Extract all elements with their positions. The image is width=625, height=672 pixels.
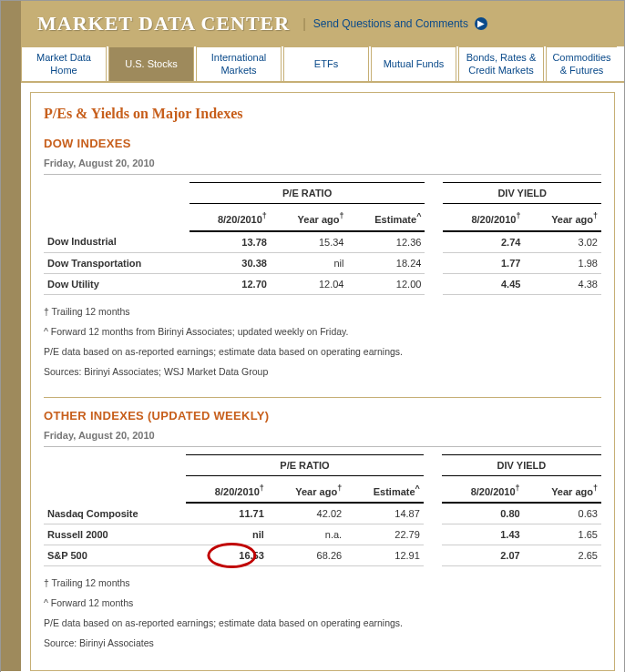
row-label: S&P 500	[44, 545, 186, 566]
cell-pe-yearago: 12.04	[271, 273, 348, 294]
col-pe-asof: 8/20/2010†	[186, 475, 268, 503]
cell-pe-asof: 13.78	[190, 231, 271, 253]
tab-commodities-futures[interactable]: Commodities & Futures	[546, 46, 617, 81]
footnotes: † Trailing 12 months^ Forward 12 monthsP…	[44, 577, 601, 648]
col-pe-yearago: Year ago†	[271, 204, 348, 231]
cell-pe-asof: nil	[186, 524, 268, 545]
col-blank	[44, 454, 186, 475]
cell-div-asof: 2.74	[443, 231, 524, 253]
cell-pe-yearago: 68.26	[268, 545, 345, 566]
cell-div-asof: 2.07	[442, 545, 524, 566]
col-div-asof: 8/20/2010†	[443, 204, 524, 231]
tab-etfs[interactable]: ETFs	[283, 46, 369, 81]
cell-spacer	[424, 545, 442, 566]
cell-pe-yearago: n.a.	[268, 524, 345, 545]
col-spacer	[424, 475, 442, 503]
footnote-line: P/E data based on as-reported earnings; …	[44, 617, 601, 628]
row-label: Dow Transportation	[44, 252, 190, 273]
cell-div-yearago: 2.65	[524, 545, 601, 566]
cell-pe-asof: 11.71	[186, 503, 268, 524]
cell-pe-asof: 30.38	[190, 252, 271, 273]
col-spacer	[425, 204, 443, 231]
table-row: Nasdaq Composite11.7142.0214.870.800.63	[44, 503, 601, 524]
data-table: P/E RATIODIV YIELD8/20/2010†Year ago†Est…	[44, 454, 601, 567]
tab-u-s-stocks[interactable]: U.S. Stocks	[108, 46, 194, 81]
data-table: P/E RATIODIV YIELD8/20/2010†Year ago†Est…	[44, 182, 601, 295]
footnote-line: P/E data based on as-reported earnings; …	[44, 346, 601, 357]
table-row: Dow Transportation30.38nil18.241.771.98	[44, 252, 601, 273]
cell-div-yearago: 0.63	[524, 503, 601, 524]
section-title: OTHER INDEXES (UPDATED WEEKLY)	[44, 409, 601, 423]
send-questions-label: Send Questions and Comments	[313, 17, 468, 30]
col-rowlabel	[44, 204, 190, 231]
footnote-line: Sources: Birinyi Associates; WSJ Market …	[44, 366, 601, 377]
cell-pe-est: 14.87	[345, 503, 424, 524]
cell-pe-est: 12.36	[347, 231, 425, 253]
footnote-line: ^ Forward 12 months from Birinyi Associa…	[44, 326, 601, 337]
cell-pe-yearago: nil	[271, 252, 348, 273]
col-spacer	[424, 454, 442, 475]
col-div-yearago: Year ago†	[524, 475, 601, 503]
col-group-div: DIV YIELD	[442, 454, 601, 475]
row-label: Dow Industrial	[44, 231, 190, 253]
index-section: DOW INDEXESFriday, August 20, 2010P/E RA…	[44, 137, 601, 398]
tab-mutual-funds[interactable]: Mutual Funds	[371, 46, 456, 81]
cell-spacer	[424, 524, 442, 545]
arrow-circle-icon: ▶	[475, 17, 487, 30]
section-date: Friday, August 20, 2010	[44, 426, 601, 447]
col-blank	[44, 183, 190, 204]
cell-div-yearago: 1.65	[524, 524, 601, 545]
tab-market-data-home[interactable]: Market Data Home	[21, 46, 107, 81]
col-group-pe: P/E RATIO	[190, 183, 425, 204]
col-div-yearago: Year ago†	[524, 204, 601, 231]
col-group-pe: P/E RATIO	[186, 454, 424, 475]
cell-pe-asof: 12.70	[190, 273, 271, 294]
send-questions-link[interactable]: Send Questions and Comments ▶	[313, 17, 487, 31]
col-pe-estimate: Estimate^	[347, 204, 425, 231]
tab-international-markets[interactable]: International Markets	[196, 46, 282, 81]
col-group-div: DIV YIELD	[443, 183, 601, 204]
table-row: S&P 50016.5368.2612.912.072.65	[44, 545, 601, 566]
cell-div-yearago: 1.98	[524, 252, 601, 273]
table-row: Russell 2000niln.a.22.791.431.65	[44, 524, 601, 545]
header-bar: MARKET DATA CENTER | Send Questions and …	[21, 1, 624, 46]
col-pe-yearago: Year ago†	[268, 475, 345, 503]
cell-spacer	[425, 252, 443, 273]
cell-div-asof: 1.77	[443, 252, 524, 273]
cell-div-asof: 4.45	[443, 273, 524, 294]
page-title: P/Es & Yields on Major Indexes	[44, 106, 601, 122]
cell-spacer	[425, 273, 443, 294]
col-pe-estimate: Estimate^	[345, 475, 424, 503]
header-separator: |	[302, 16, 306, 31]
col-div-asof: 8/20/2010†	[442, 475, 524, 503]
cell-pe-asof: 16.53	[186, 545, 268, 566]
row-label: Dow Utility	[44, 273, 190, 294]
left-accent-stripe	[1, 1, 21, 671]
footnote-line: † Trailing 12 months	[44, 306, 601, 317]
col-spacer	[425, 183, 443, 204]
col-rowlabel	[44, 475, 186, 503]
footnote-line: † Trailing 12 months	[44, 577, 601, 588]
tab-bonds-rates-credit-markets[interactable]: Bonds, Rates & Credit Markets	[458, 46, 544, 81]
cell-pe-est: 12.00	[347, 273, 425, 294]
footnotes: † Trailing 12 months^ Forward 12 months …	[44, 306, 601, 377]
cell-div-asof: 1.43	[442, 524, 524, 545]
cell-spacer	[424, 503, 442, 524]
section-date: Friday, August 20, 2010	[44, 154, 601, 175]
col-pe-asof: 8/20/2010†	[190, 204, 271, 231]
section-title: DOW INDEXES	[44, 137, 601, 150]
cell-pe-yearago: 15.34	[271, 231, 348, 253]
table-row: Dow Industrial13.7815.3412.362.743.02	[44, 231, 601, 253]
cell-spacer	[425, 231, 443, 253]
row-label: Nasdaq Composite	[44, 503, 186, 524]
nav-tabs: Market Data HomeU.S. StocksInternational…	[21, 46, 624, 83]
main-content: P/Es & Yields on Major Indexes DOW INDEX…	[30, 92, 615, 671]
cell-pe-est: 22.79	[345, 524, 424, 545]
table-row: Dow Utility12.7012.0412.004.454.38	[44, 273, 601, 294]
cell-pe-est: 12.91	[345, 545, 424, 566]
footnote-line: ^ Forward 12 months	[44, 597, 601, 608]
cell-pe-est: 18.24	[347, 252, 425, 273]
index-section: OTHER INDEXES (UPDATED WEEKLY)Friday, Au…	[44, 409, 601, 649]
cell-div-yearago: 4.38	[524, 273, 601, 294]
footnote-line: Source: Birinyi Associates	[44, 637, 601, 648]
